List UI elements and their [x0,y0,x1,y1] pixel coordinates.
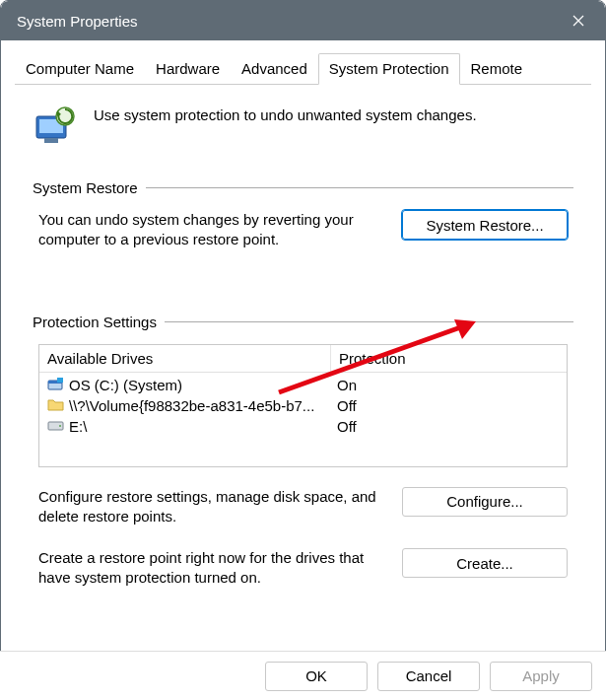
drive-protection: On [337,377,559,393]
system-protection-icon [33,105,78,146]
hard-drive-icon [47,418,65,435]
svg-rect-7 [57,378,63,383]
system-restore-button[interactable]: System Restore... [402,210,568,240]
group-system-restore: System Restore You can undo system chang… [33,179,573,250]
ok-button[interactable]: OK [265,662,368,691]
tab-advanced[interactable]: Advanced [231,53,318,85]
group-divider [146,187,573,188]
drive-row[interactable]: \\?\Volume{f98832be-a831-4e5b-b7... Off [39,395,567,416]
close-icon [572,15,584,27]
tab-computer-name[interactable]: Computer Name [15,53,145,85]
svg-rect-2 [44,138,58,143]
os-drive-icon [47,377,65,393]
apply-button[interactable]: Apply [490,662,592,691]
dialog-content: Computer Name Hardware Advanced System P… [1,40,605,616]
group-heading-text: Protection Settings [33,314,157,330]
tab-system-protection[interactable]: System Protection [318,53,460,85]
group-divider [165,321,573,322]
system-restore-row: You can undo system changes by reverting… [33,210,573,250]
titlebar: System Properties [1,1,605,40]
svg-point-9 [59,425,61,427]
group-heading-text: System Restore [33,179,138,196]
tab-panel-system-protection: Use system protection to undo unwanted s… [15,85,591,616]
drives-body: OS (C:) (System) On \\?\Volume{f98832be-… [39,373,567,466]
configure-description: Configure restore settings, manage disk … [38,487,390,527]
intro-text: Use system protection to undo unwanted s… [94,105,477,123]
drives-header: Available Drives Protection [39,345,567,373]
close-button[interactable] [556,5,601,36]
window-title: System Properties [17,13,556,30]
create-row: Create a restore point right now for the… [33,548,573,589]
column-header-protection[interactable]: Protection [331,345,567,372]
intro-row: Use system protection to undo unwanted s… [33,105,573,146]
column-header-drive[interactable]: Available Drives [39,345,331,372]
tab-bar: Computer Name Hardware Advanced System P… [15,52,591,85]
create-description: Create a restore point right now for the… [38,548,390,589]
drive-row[interactable]: OS (C:) (System) On [39,375,567,395]
system-restore-description: You can undo system changes by reverting… [38,210,390,250]
group-heading: Protection Settings [33,314,573,330]
drives-list: Available Drives Protection OS (C:) (Sys… [38,344,568,467]
drive-protection: Off [337,397,559,414]
configure-row: Configure restore settings, manage disk … [33,487,573,527]
folder-icon [47,397,65,414]
tab-hardware[interactable]: Hardware [145,53,231,85]
cancel-button[interactable]: Cancel [377,662,480,691]
dialog-button-bar: OK Cancel Apply [0,651,606,700]
group-heading: System Restore [33,179,573,196]
group-protection-settings: Protection Settings Available Drives Pro… [33,314,573,589]
drive-protection: Off [337,418,559,435]
drive-name: \\?\Volume{f98832be-a831-4e5b-b7... [69,397,314,414]
create-button[interactable]: Create... [402,548,568,578]
tab-remote[interactable]: Remote [460,53,534,85]
drive-name: E:\ [69,418,87,435]
drive-row[interactable]: E:\ Off [39,416,567,437]
configure-button[interactable]: Configure... [402,487,568,517]
drive-name: OS (C:) (System) [69,377,182,393]
